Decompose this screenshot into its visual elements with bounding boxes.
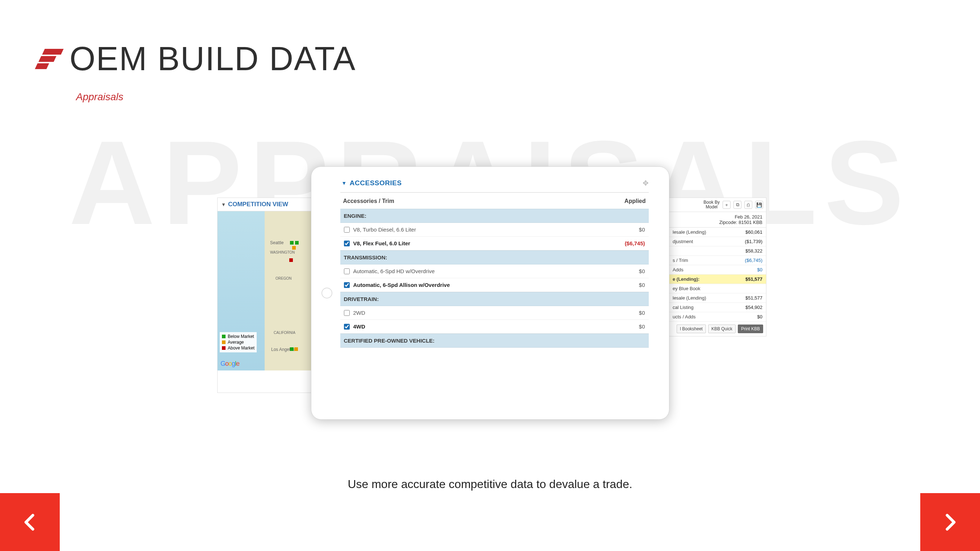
accessory-value: ($6,745) (625, 240, 645, 246)
chevron-right-icon (940, 512, 960, 532)
page-header: OEM BUILD DATA (36, 40, 356, 78)
map-label: CALIFORNIA (274, 331, 296, 335)
accessory-item: Automatic, 6-Spd HD w/Overdrive$0 (340, 264, 649, 278)
kbb-row-value: $60,061 (745, 229, 762, 235)
map-label: Seattle (270, 240, 283, 245)
book-by-model-button[interactable]: Book By Model (703, 200, 720, 210)
map-marker[interactable] (295, 241, 299, 245)
print-icon[interactable]: ⎙ (745, 201, 752, 209)
kbb-meta: Feb 26, 2021 Zipcode: 81501 KBB (669, 212, 766, 227)
kbb-row: cal Listing$54,902 (669, 303, 766, 312)
accessory-checkbox[interactable] (344, 310, 350, 316)
map-marker[interactable] (290, 347, 294, 351)
drag-handle-icon[interactable]: ✥ (643, 182, 647, 184)
kbb-row: ucts / Adds$0 (669, 312, 766, 322)
col-accessories: Accessories / Trim (343, 198, 394, 205)
kbb-toolbar: Book By Model + ⧉ ⎙ 💾 (669, 198, 766, 212)
kbb-values-panel: Book By Model + ⧉ ⎙ 💾 Feb 26, 2021 Zipco… (669, 197, 767, 337)
chevron-left-icon (20, 512, 40, 532)
caret-down-icon: ▼ (342, 180, 347, 186)
accessory-value: $0 (639, 310, 645, 316)
accessory-group-header: DRIVETRAIN: (340, 292, 649, 306)
kbb-row: Adds$0 (669, 265, 766, 275)
map-label: OREGON (275, 276, 291, 280)
map[interactable]: Seattle WASHINGTON OREGON NEVA CALIFORNI… (218, 211, 322, 370)
brand-logo-icon (36, 49, 62, 69)
kbb-row: s / Trim($6,745) (669, 256, 766, 265)
accessory-label: V8, Flex Fuel, 6.0 Liter (353, 240, 621, 246)
accessory-label: Automatic, 6-Spd HD w/Overdrive (353, 268, 635, 274)
accessory-item: 2WD$0 (340, 306, 649, 320)
kbb-row-value: $0 (757, 267, 762, 272)
next-button[interactable] (920, 493, 980, 551)
accessories-title[interactable]: ▼ ACCESSORIES (342, 179, 402, 187)
accessory-checkbox[interactable] (344, 227, 350, 233)
page-title: OEM BUILD DATA (70, 40, 356, 78)
accessory-group-header: TRANSMISSION: (340, 250, 649, 264)
map-marker[interactable] (294, 347, 298, 351)
kbb-row: ey Blue Book (669, 284, 766, 294)
map-marker[interactable] (289, 258, 293, 262)
map-label: WASHINGTON (270, 250, 295, 254)
kbb-row-label: lesale (Lending) (673, 229, 706, 235)
accessory-item: V8, Turbo Diesel, 6.6 Liter$0 (340, 223, 649, 237)
accessory-item: Automatic, 6-Spd Allison w/Overdrive$0 (340, 278, 649, 292)
kbb-row-value: $0 (757, 314, 762, 319)
kbb-rows: lesale (Lending)$60,061djustment($1,739)… (669, 227, 766, 322)
kbb-row: lesale (Lending)$60,061 (669, 227, 766, 237)
accessory-value: $0 (639, 268, 645, 274)
kbb-row: lesale (Lending)$51,577 (669, 294, 766, 303)
accessory-label: 4WD (353, 324, 635, 330)
map-legend: Below Market Average Above Market (220, 332, 257, 353)
booksheet-button[interactable]: l Booksheet (677, 324, 706, 333)
accessory-group-header: ENGINE: (340, 209, 649, 223)
map-marker[interactable] (290, 241, 294, 245)
accessory-value: $0 (639, 282, 645, 288)
kbb-row-label: ucts / Adds (673, 314, 696, 319)
accessories-title-label: ACCESSORIES (350, 179, 402, 187)
kbb-row-label: cal Listing (673, 305, 694, 310)
kbb-row-label: Adds (673, 267, 684, 272)
kbb-row-value: ($6,745) (745, 257, 762, 263)
accessory-label: Automatic, 6-Spd Allison w/Overdrive (353, 282, 635, 288)
kbb-zip: Zipcode: 81501 KBB (673, 220, 762, 225)
accessories-modal: ▼ ACCESSORIES ✥ Accessories / Trim Appli… (311, 167, 670, 420)
kbb-row-value: $58,322 (745, 248, 762, 254)
accessory-label: V8, Turbo Diesel, 6.6 Liter (353, 227, 635, 233)
print-kbb-button[interactable]: Print KBB (738, 324, 763, 333)
accessory-item: V8, Flex Fuel, 6.0 Liter($6,745) (340, 237, 649, 250)
kbb-row-value: $51,577 (745, 295, 762, 301)
kbb-row-label: s / Trim (673, 257, 688, 263)
kbb-row-value: ($1,739) (745, 239, 762, 244)
kbb-row-label: e (Lending): (673, 276, 700, 282)
accessory-value: $0 (639, 227, 645, 233)
google-attribution: Google (221, 360, 239, 368)
accessory-checkbox[interactable] (344, 241, 350, 246)
tablet-home-button-icon (321, 287, 332, 299)
kbb-quick-button[interactable]: KBB Quick (708, 324, 736, 333)
prev-button[interactable] (0, 493, 60, 551)
kbb-row-label: ey Blue Book (673, 286, 700, 291)
kbb-row: e (Lending):$51,577 (669, 275, 766, 284)
link-button[interactable]: ⧉ (733, 201, 741, 209)
kbb-date: Feb 26, 2021 (673, 214, 762, 220)
col-applied: Applied (625, 198, 646, 205)
kbb-row-value: $54,902 (745, 305, 762, 310)
map-marker[interactable] (292, 246, 296, 249)
add-button[interactable]: + (722, 201, 730, 209)
accessory-checkbox[interactable] (344, 282, 350, 288)
slide-caption: Use more accurate competitive data to de… (348, 478, 632, 491)
kbb-row-value: $51,577 (745, 276, 762, 282)
accessories-body: ENGINE:V8, Turbo Diesel, 6.6 Liter$0V8, … (340, 209, 649, 348)
save-icon[interactable]: 💾 (755, 201, 763, 209)
kbb-row: djustment($1,739) (669, 237, 766, 246)
competition-view-header[interactable]: ▼ COMPETITION VIEW (218, 198, 322, 211)
accessory-value: $0 (639, 324, 645, 330)
accessory-checkbox[interactable] (344, 268, 350, 274)
kbb-row-label: lesale (Lending) (673, 295, 706, 301)
page-subtitle: Appraisals (76, 91, 123, 103)
accessory-checkbox[interactable] (344, 324, 350, 330)
accessory-group-header: CERTIFIED PRE-OWNED VEHICLE: (340, 333, 649, 348)
kbb-row: $58,322 (669, 246, 766, 256)
accessory-item: 4WD$0 (340, 320, 649, 333)
